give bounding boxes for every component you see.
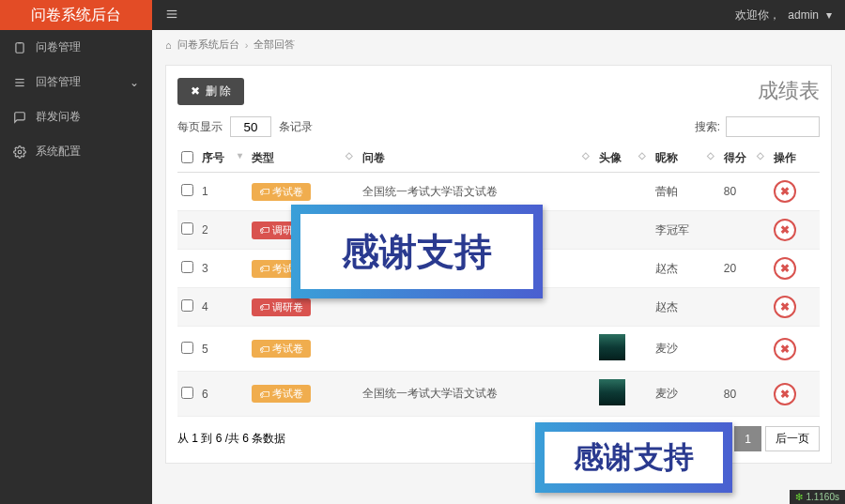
home-icon: ⌂: [165, 39, 172, 51]
search-input[interactable]: [726, 116, 820, 137]
row-delete-button[interactable]: ✖: [774, 383, 796, 405]
page-title: 成绩表: [758, 77, 820, 105]
svg-point-4: [18, 150, 22, 154]
sidebar-item-system-config[interactable]: 系统配置: [0, 134, 152, 169]
status-time: 1.1160s: [806, 492, 839, 502]
caret-down-icon: ▾: [826, 8, 832, 22]
row-delete-button[interactable]: ✖: [774, 257, 796, 280]
cell-title: [359, 327, 595, 372]
cell-score: 80: [720, 173, 770, 211]
cell-title: 全国统一考试大学语文试卷: [359, 372, 595, 417]
search-box: 搜索:: [695, 116, 820, 137]
sort-icon: ◇: [582, 150, 590, 160]
row-checkbox[interactable]: [181, 261, 193, 273]
per-page-input[interactable]: [230, 116, 271, 137]
cell-avatar: [595, 211, 652, 250]
col-action: 操作: [770, 145, 820, 173]
page-1-button[interactable]: 1: [734, 426, 761, 451]
status-bar: ❇ 1.1160s: [790, 490, 845, 504]
col-checkbox: [177, 145, 198, 173]
list-icon: [13, 76, 26, 89]
row-checkbox[interactable]: [181, 342, 193, 354]
cell-nick: 蕾帕: [652, 173, 720, 211]
leaf-icon: ❇: [795, 492, 803, 502]
user-menu[interactable]: 欢迎你， admin ▾: [735, 8, 832, 23]
sidebar: 问卷系统后台 问卷管理 回答管理 ⌄ 群发问卷 系统配置: [0, 0, 152, 504]
row-delete-button[interactable]: ✖: [774, 296, 796, 318]
type-tag: 🏷考试卷: [252, 340, 311, 358]
sidebar-item-answer-mgmt[interactable]: 回答管理 ⌄: [0, 65, 152, 99]
cell-avatar: [595, 327, 652, 372]
col-survey[interactable]: 问卷◇: [359, 145, 595, 173]
sort-icon: ◇: [346, 150, 353, 160]
breadcrumb-sep: ›: [245, 39, 249, 51]
cell-score: 80: [720, 372, 770, 417]
chevron-down-icon: ⌄: [130, 76, 139, 89]
row-checkbox[interactable]: [181, 222, 193, 235]
svg-rect-0: [16, 42, 23, 53]
tag-icon: 🏷: [259, 186, 269, 197]
next-page-button[interactable]: 后一页: [765, 426, 820, 451]
panel-header: ✖ 删 除 成绩表: [177, 77, 820, 105]
table-toolbar: 每页显示 条记录 搜索:: [177, 116, 820, 137]
cell-index: 4: [198, 288, 248, 327]
breadcrumb: ⌂ 问卷系统后台 › 全部回答: [152, 30, 845, 59]
row-checkbox[interactable]: [181, 184, 193, 196]
overlay-text: 感谢支持: [545, 432, 723, 483]
cell-avatar: [595, 173, 652, 211]
cell-nick: 李冠军: [652, 211, 720, 250]
sidebar-item-label: 系统配置: [36, 144, 81, 160]
delete-button[interactable]: ✖ 删 除: [177, 78, 244, 105]
table-row: 5🏷考试卷麦沙✖: [177, 327, 820, 372]
cell-avatar: [595, 372, 652, 417]
delete-label: 删 除: [206, 84, 231, 99]
hamburger-icon[interactable]: [165, 8, 178, 23]
table-header-row: 序号▾ 类型◇ 问卷◇ 头像◇ 昵称◇ 得分◇ 操作: [177, 145, 820, 173]
cell-score: [720, 288, 770, 327]
cell-score: [720, 327, 770, 372]
row-delete-button[interactable]: ✖: [774, 180, 796, 203]
sort-icon: ◇: [638, 150, 646, 160]
sidebar-item-label: 群发问卷: [36, 109, 81, 125]
close-icon: ✖: [191, 84, 200, 98]
overlay-banner-1: 感谢支持: [291, 205, 543, 298]
tag-icon: 🏷: [259, 224, 269, 236]
row-delete-button[interactable]: ✖: [774, 338, 796, 360]
table-row: 6🏷考试卷全国统一考试大学语文试卷麦沙80✖: [177, 372, 820, 417]
col-index[interactable]: 序号▾: [198, 145, 248, 173]
type-tag: 🏷考试卷: [252, 385, 311, 403]
topbar: 欢迎你， admin ▾: [152, 0, 845, 30]
col-score[interactable]: 得分◇: [720, 145, 770, 173]
sort-icon: ◇: [757, 150, 764, 160]
comment-icon: [13, 111, 26, 124]
col-nick[interactable]: 昵称◇: [652, 145, 720, 173]
sidebar-item-broadcast[interactable]: 群发问卷: [0, 99, 152, 134]
col-avatar[interactable]: 头像◇: [595, 145, 652, 173]
row-delete-button[interactable]: ✖: [774, 219, 796, 241]
tag-icon: 🏷: [259, 344, 269, 355]
col-type[interactable]: 类型◇: [248, 145, 359, 173]
sort-icon: ◇: [707, 150, 714, 160]
per-page-prefix: 每页显示: [177, 119, 223, 135]
cell-index: 1: [198, 173, 248, 211]
welcome-prefix: 欢迎你，: [735, 8, 780, 23]
logo: 问卷系统后台: [0, 0, 152, 30]
cell-avatar: [595, 288, 652, 327]
row-checkbox[interactable]: [181, 387, 193, 399]
breadcrumb-current: 全部回答: [254, 38, 295, 52]
avatar: [599, 379, 625, 405]
cell-avatar: [595, 250, 652, 288]
tag-icon: 🏷: [259, 263, 269, 274]
breadcrumb-home[interactable]: 问卷系统后台: [177, 38, 239, 52]
tag-icon: 🏷: [259, 389, 269, 400]
username: admin: [788, 8, 819, 22]
overlay-text: 感谢支持: [300, 214, 533, 289]
sidebar-item-label: 问卷管理: [36, 39, 81, 55]
sort-icon: ▾: [238, 150, 242, 160]
row-checkbox[interactable]: [181, 299, 193, 312]
search-label: 搜索:: [695, 119, 720, 135]
avatar: [599, 334, 625, 360]
sidebar-item-survey-mgmt[interactable]: 问卷管理: [0, 30, 152, 65]
select-all-checkbox[interactable]: [181, 151, 193, 163]
tag-icon: 🏷: [259, 301, 269, 313]
